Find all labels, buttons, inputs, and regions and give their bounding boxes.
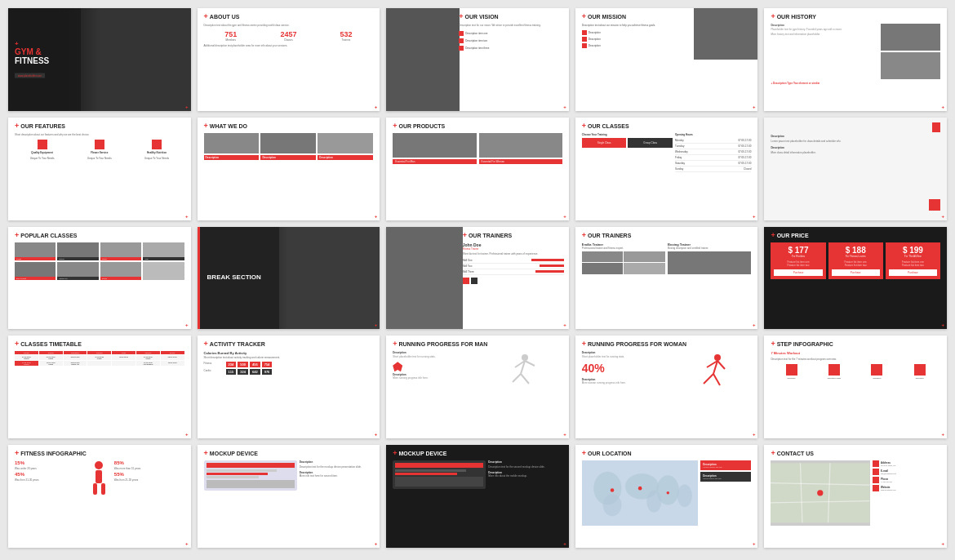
mockup2-bar2 xyxy=(395,473,457,475)
price-desc-2: Feature list item two xyxy=(774,264,822,267)
contact-address: Address 123 Gym Street, City xyxy=(873,460,940,467)
slide-20-title: + STEP INFOGRAPHIC xyxy=(771,340,940,348)
mockup1-img xyxy=(207,480,295,488)
slide-20-step[interactable]: + STEP INFOGRAPHIC 7 Minutes Workout Des… xyxy=(764,336,947,438)
stat-324: 324 xyxy=(238,369,248,375)
slide-12-break[interactable]: BREAK SECTION xyxy=(198,227,380,330)
run-desc-1: Description xyxy=(393,351,476,354)
cell-1-7: 09:00-10:00 xyxy=(161,355,184,360)
step-item-4: Description xyxy=(899,364,940,379)
step-desc: Description text for the 7 minutes worko… xyxy=(771,358,940,361)
slide-10-classes-detail[interactable]: Description Lorem ipsum text placeholder… xyxy=(764,118,947,220)
run-text-2: More running progress info here. xyxy=(393,376,476,380)
emilia-ph-4 xyxy=(624,263,665,274)
popular-img-2: Boxing xyxy=(57,242,98,260)
slide-24-location[interactable]: + OUR LOCATION xyxy=(575,445,758,548)
purchase-btn-2[interactable]: Purchase xyxy=(832,269,880,276)
slide-23-mockup2[interactable]: + MOCKUP DEVICE Description Description … xyxy=(386,445,569,548)
sched-2: Tuesday07:00-17:00 xyxy=(675,144,751,149)
slide-25-contact[interactable]: + CONTACT US xyxy=(764,445,947,548)
cardio-bars: 115 324 642 976 xyxy=(226,369,374,375)
day-mon: Monday xyxy=(15,351,38,354)
stat-456: 456 xyxy=(250,362,260,367)
slide-10-desc2: Description xyxy=(771,146,940,149)
step-label-1: Description xyxy=(771,377,811,379)
slide-23-title: + MOCKUP DEVICE xyxy=(393,450,562,457)
stat-3: 532 Trainers xyxy=(319,30,374,42)
runner-figure xyxy=(479,351,562,392)
feature-3: Healthy Nutrition xyxy=(129,140,184,154)
mockup2-img xyxy=(395,477,483,487)
svg-rect-14 xyxy=(93,483,97,495)
sched-1: Monday07:00-17:00 xyxy=(675,138,751,144)
popular-label-boxing: Boxing xyxy=(57,257,98,260)
stat-15: 15% xyxy=(15,460,85,465)
popular-row1: Zumba Boxing Pilates Yoga xyxy=(15,242,184,260)
slide-1-cover[interactable]: + GYM & FITNESS www.placeholder.com xyxy=(8,8,191,111)
day-sat: Saturday xyxy=(136,351,160,354)
mission-icon-1 xyxy=(582,30,587,35)
slide-8-products[interactable]: + OUR PRODUCTS Essential For Man Essenti… xyxy=(386,118,569,220)
slide-3-vision[interactable]: + OUR VISION Description text for our vi… xyxy=(386,8,569,111)
slide-13-trainers[interactable]: + OUR TRAINERS John Doe Fitness Trainer … xyxy=(386,227,569,330)
running-man-content: Description Short placeholder text for r… xyxy=(393,351,562,392)
vision-text: Description text for our vision. We stri… xyxy=(459,24,564,28)
break-redbar xyxy=(198,227,200,330)
purchase-btn-1[interactable]: Purchase xyxy=(774,269,822,276)
slide-5-title: + OUR HISTORY xyxy=(771,13,940,20)
contact-map-svg xyxy=(771,460,870,526)
runw-desc-1: Description xyxy=(582,351,665,354)
svg-line-3 xyxy=(521,374,529,384)
slide-19-running-woman[interactable]: + RUNNING PROGRESS FOR WOMAN Description… xyxy=(575,336,758,438)
slide-2-about[interactable]: + ABOUT US Description text about the gy… xyxy=(198,8,380,111)
slide-11-popular[interactable]: + POPULAR CLASSES Zumba Boxing Pilates Y… xyxy=(8,227,191,330)
product-img-2 xyxy=(479,133,562,158)
svg-point-22 xyxy=(677,485,691,507)
slide-17-activity[interactable]: + ACTIVITY TRACKER Calories Burned By Ac… xyxy=(198,336,380,438)
slide-22-mockup1[interactable]: + MOCKUP DEVICE Description Description … xyxy=(198,445,380,548)
purchase-btn-3[interactable]: Purchase xyxy=(889,269,937,276)
products-row: Essential For Man Essential For Woman xyxy=(393,133,562,164)
contact-content: Address 123 Gym Street, City E-mail info… xyxy=(771,460,940,526)
slide-8-title: + OUR PRODUCTS xyxy=(393,122,562,130)
trainer-social xyxy=(463,278,564,284)
feature-6: Unique To Your Needs xyxy=(129,157,184,160)
svg-line-8 xyxy=(704,374,713,384)
slide-10-text: Lorem ipsum text placeholder for class d… xyxy=(771,140,940,143)
mockup1-bar2 xyxy=(207,473,269,475)
mission-item-2: Description xyxy=(589,38,601,41)
step-label-3: Description xyxy=(856,377,897,379)
slide-16-timetable[interactable]: + CLASSES TIMETABLE Monday Tuesday Wedne… xyxy=(8,336,191,438)
slide-21-infographic[interactable]: + FITNESS INFOGRAPHIC 15% Was under 20 y… xyxy=(8,445,191,548)
price-card-3: $ 199 For The All-Star Feature list item… xyxy=(886,242,940,279)
svg-line-9 xyxy=(713,374,720,385)
slide-21-title: + FITNESS INFOGRAPHIC xyxy=(15,450,184,457)
feature-label-5: Unique To Your Needs xyxy=(72,157,127,160)
slide-18-running-man[interactable]: + RUNNING PROGRESS FOR MAN Description S… xyxy=(386,336,569,438)
vision-items: Description item one Description item tw… xyxy=(459,31,564,51)
slide-5-history[interactable]: + OUR HISTORY Description Placeholder te… xyxy=(764,8,947,111)
slide-7-whatwedo[interactable]: + WHAT WE DO Description Description Des… xyxy=(198,118,380,220)
popular-img-1: Zumba xyxy=(15,242,56,260)
mockup2-bar1 xyxy=(395,469,466,472)
slide-9-classes[interactable]: + OUR CLASSES Choose Your Training Singl… xyxy=(575,118,758,220)
feature-2: Flower Service xyxy=(72,140,127,154)
slide-4-mission[interactable]: + OUR MISSION Description text about our… xyxy=(575,8,758,111)
slide-9-title: + OUR CLASSES xyxy=(582,122,752,130)
woman-runner-figure xyxy=(668,351,752,392)
feature-label-1: Quality Equipment xyxy=(15,151,69,154)
cell-1-3: 09:00-10:00 xyxy=(64,355,87,360)
slide-15-price[interactable]: + OUR PRICE $ 177 For Rookies Feature li… xyxy=(764,227,947,330)
slide-13-title: + OUR TRAINERS xyxy=(463,232,564,239)
timetable-row2: 11:00-12:00Zumba 11:00-12:00Cardio 09:00… xyxy=(15,361,184,366)
cell-2-2: 11:00-12:00Cardio xyxy=(39,361,63,366)
slide-14-your-trainers[interactable]: + OUR TRAINERS Emilia Trainer Profession… xyxy=(575,227,758,330)
mockup1-info: Description Description text for the moc… xyxy=(300,460,373,491)
stat-45: 45% xyxy=(15,472,85,477)
popular-label-pilates: Pilates xyxy=(100,257,141,260)
slide-6-features[interactable]: + OUR FEATURES Short description about o… xyxy=(8,118,191,220)
opening-hours: Opening Hours xyxy=(675,133,751,136)
activity-row2: Cardio 115 324 642 976 xyxy=(204,369,374,375)
mockup2-screen xyxy=(393,460,486,489)
history-desc-label: Description xyxy=(771,24,878,27)
